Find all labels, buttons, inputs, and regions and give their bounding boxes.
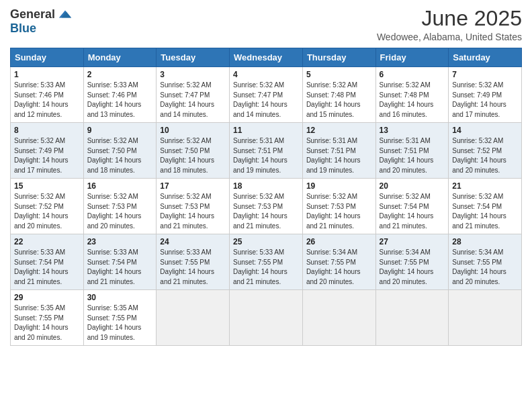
calendar-cell: 15Sunrise: 5:32 AMSunset: 7:52 PMDayligh… (11, 179, 84, 234)
day-number: 27 (380, 237, 445, 246)
calendar-cell: 25Sunrise: 5:33 AMSunset: 7:55 PMDayligh… (230, 234, 303, 290)
calendar-cell: 22Sunrise: 5:33 AMSunset: 7:54 PMDayligh… (11, 234, 84, 290)
calendar-cell: 16Sunrise: 5:32 AMSunset: 7:53 PMDayligh… (83, 179, 157, 234)
calendar-cell: 30Sunrise: 5:35 AMSunset: 7:55 PMDayligh… (83, 290, 157, 346)
logo-general-text: General (10, 7, 55, 21)
day-info: Sunrise: 5:33 AMSunset: 7:46 PMDaylight:… (14, 81, 80, 120)
day-number: 1 (14, 70, 80, 79)
calendar-cell: 8Sunrise: 5:32 AMSunset: 7:49 PMDaylight… (11, 123, 84, 179)
calendar-cell (375, 290, 449, 346)
day-info: Sunrise: 5:32 AMSunset: 7:53 PMDaylight:… (306, 192, 372, 231)
day-number: 7 (452, 70, 518, 79)
title-block: June 2025 Wedowee, Alabama, United State… (377, 7, 522, 42)
day-number: 15 (14, 181, 80, 191)
day-number: 18 (233, 181, 299, 191)
day-info: Sunrise: 5:33 AMSunset: 7:54 PMDaylight:… (87, 248, 153, 287)
day-number: 25 (233, 237, 299, 246)
calendar-cell: 29Sunrise: 5:35 AMSunset: 7:55 PMDayligh… (11, 290, 84, 346)
calendar-cell (157, 290, 230, 346)
calendar-cell: 26Sunrise: 5:34 AMSunset: 7:55 PMDayligh… (302, 234, 375, 290)
day-info: Sunrise: 5:32 AMSunset: 7:53 PMDaylight:… (87, 192, 153, 231)
day-info: Sunrise: 5:32 AMSunset: 7:52 PMDaylight:… (452, 136, 518, 175)
calendar-cell: 17Sunrise: 5:32 AMSunset: 7:53 PMDayligh… (157, 179, 230, 234)
day-info: Sunrise: 5:35 AMSunset: 7:55 PMDaylight:… (87, 304, 153, 342)
day-info: Sunrise: 5:35 AMSunset: 7:55 PMDaylight:… (14, 304, 80, 342)
day-info: Sunrise: 5:33 AMSunset: 7:55 PMDaylight:… (233, 248, 299, 287)
calendar-week-row: 29Sunrise: 5:35 AMSunset: 7:55 PMDayligh… (11, 290, 522, 346)
day-number: 12 (306, 126, 372, 135)
day-number: 22 (14, 237, 80, 246)
day-number: 2 (87, 70, 153, 79)
day-number: 29 (14, 293, 80, 302)
day-info: Sunrise: 5:32 AMSunset: 7:54 PMDaylight:… (452, 192, 518, 231)
weekday-header-tuesday: Tuesday (157, 48, 230, 67)
calendar-cell: 3Sunrise: 5:32 AMSunset: 7:47 PMDaylight… (157, 67, 230, 123)
day-info: Sunrise: 5:34 AMSunset: 7:55 PMDaylight:… (452, 248, 518, 287)
weekday-header-friday: Friday (375, 48, 449, 67)
calendar-cell: 28Sunrise: 5:34 AMSunset: 7:55 PMDayligh… (449, 234, 522, 290)
day-info: Sunrise: 5:32 AMSunset: 7:50 PMDaylight:… (160, 136, 226, 175)
weekday-header-saturday: Saturday (449, 48, 522, 67)
calendar-cell: 10Sunrise: 5:32 AMSunset: 7:50 PMDayligh… (157, 123, 230, 179)
day-info: Sunrise: 5:31 AMSunset: 7:51 PMDaylight:… (233, 136, 299, 175)
day-info: Sunrise: 5:33 AMSunset: 7:54 PMDaylight:… (14, 248, 80, 287)
day-number: 13 (380, 126, 445, 135)
calendar-cell (449, 290, 522, 346)
day-number: 28 (452, 237, 518, 246)
logo: General Blue (10, 7, 73, 36)
day-number: 10 (160, 126, 226, 135)
day-number: 16 (87, 181, 153, 191)
calendar-cell: 11Sunrise: 5:31 AMSunset: 7:51 PMDayligh… (230, 123, 303, 179)
calendar-week-row: 8Sunrise: 5:32 AMSunset: 7:49 PMDaylight… (11, 123, 522, 179)
day-number: 9 (87, 126, 153, 135)
calendar-cell: 7Sunrise: 5:32 AMSunset: 7:49 PMDaylight… (449, 67, 522, 123)
calendar-cell: 1Sunrise: 5:33 AMSunset: 7:46 PMDaylight… (11, 67, 84, 123)
page: General Blue June 2025 Wedowee, Alabama,… (0, 0, 532, 411)
header: General Blue June 2025 Wedowee, Alabama,… (10, 7, 522, 42)
calendar-cell: 9Sunrise: 5:32 AMSunset: 7:50 PMDaylight… (83, 123, 157, 179)
calendar-week-row: 22Sunrise: 5:33 AMSunset: 7:54 PMDayligh… (11, 234, 522, 290)
calendar-cell: 18Sunrise: 5:32 AMSunset: 7:53 PMDayligh… (230, 179, 303, 234)
day-info: Sunrise: 5:32 AMSunset: 7:49 PMDaylight:… (452, 81, 518, 120)
calendar-cell (230, 290, 303, 346)
day-info: Sunrise: 5:32 AMSunset: 7:50 PMDaylight:… (87, 136, 153, 175)
day-info: Sunrise: 5:32 AMSunset: 7:47 PMDaylight:… (233, 81, 299, 120)
day-info: Sunrise: 5:31 AMSunset: 7:51 PMDaylight:… (380, 136, 445, 175)
day-info: Sunrise: 5:32 AMSunset: 7:53 PMDaylight:… (160, 192, 226, 231)
calendar-cell: 13Sunrise: 5:31 AMSunset: 7:51 PMDayligh… (375, 123, 449, 179)
day-info: Sunrise: 5:34 AMSunset: 7:55 PMDaylight:… (306, 248, 372, 287)
logo-text: General (10, 7, 73, 21)
day-number: 3 (160, 70, 226, 79)
day-info: Sunrise: 5:32 AMSunset: 7:48 PMDaylight:… (306, 81, 372, 120)
day-number: 11 (233, 126, 299, 135)
weekday-header-monday: Monday (83, 48, 157, 67)
day-info: Sunrise: 5:33 AMSunset: 7:46 PMDaylight:… (87, 81, 153, 120)
day-number: 4 (233, 70, 299, 79)
day-info: Sunrise: 5:32 AMSunset: 7:49 PMDaylight:… (14, 136, 80, 175)
day-info: Sunrise: 5:34 AMSunset: 7:55 PMDaylight:… (380, 248, 445, 287)
day-number: 20 (380, 181, 445, 191)
weekday-header-thursday: Thursday (302, 48, 375, 67)
subtitle: Wedowee, Alabama, United States (377, 32, 522, 42)
day-number: 24 (160, 237, 226, 246)
calendar-cell: 27Sunrise: 5:34 AMSunset: 7:55 PMDayligh… (375, 234, 449, 290)
day-number: 6 (380, 70, 445, 79)
main-title: June 2025 (377, 7, 522, 30)
day-number: 19 (306, 181, 372, 191)
day-info: Sunrise: 5:31 AMSunset: 7:51 PMDaylight:… (306, 136, 372, 175)
calendar-cell: 20Sunrise: 5:32 AMSunset: 7:54 PMDayligh… (375, 179, 449, 234)
day-info: Sunrise: 5:32 AMSunset: 7:48 PMDaylight:… (380, 81, 445, 120)
calendar-cell: 6Sunrise: 5:32 AMSunset: 7:48 PMDaylight… (375, 67, 449, 123)
day-number: 21 (452, 181, 518, 191)
day-number: 8 (14, 126, 80, 135)
calendar-cell: 24Sunrise: 5:33 AMSunset: 7:55 PMDayligh… (157, 234, 230, 290)
day-number: 23 (87, 237, 153, 246)
day-number: 5 (306, 70, 372, 79)
logo-blue-text: Blue (10, 21, 36, 36)
day-info: Sunrise: 5:32 AMSunset: 7:52 PMDaylight:… (14, 192, 80, 231)
calendar-cell: 14Sunrise: 5:32 AMSunset: 7:52 PMDayligh… (449, 123, 522, 179)
calendar-table: SundayMondayTuesdayWednesdayThursdayFrid… (10, 48, 522, 346)
calendar-cell: 12Sunrise: 5:31 AMSunset: 7:51 PMDayligh… (302, 123, 375, 179)
day-info: Sunrise: 5:32 AMSunset: 7:47 PMDaylight:… (160, 81, 226, 120)
day-number: 17 (160, 181, 226, 191)
